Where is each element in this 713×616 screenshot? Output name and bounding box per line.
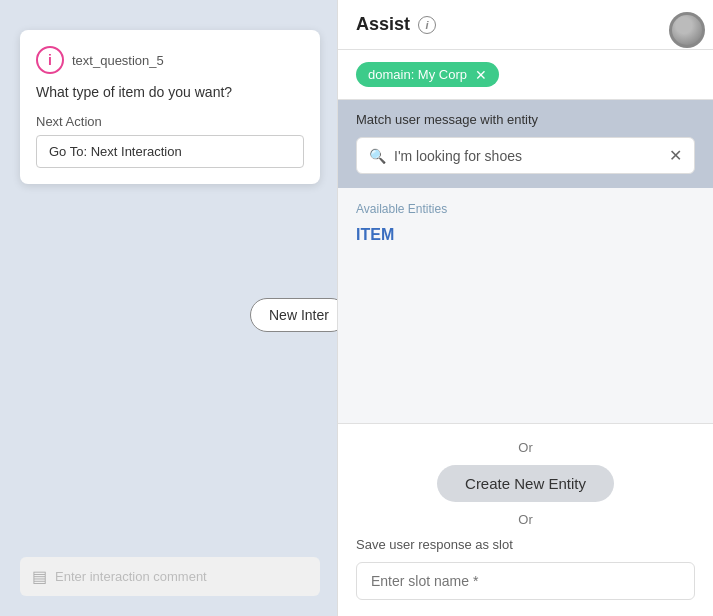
next-action-label: Next Action: [36, 114, 304, 129]
entities-section: Available Entities ITEM: [338, 188, 713, 423]
question-mark: i: [48, 52, 52, 68]
canvas-area: i text_question_5 What type of item do y…: [0, 0, 340, 616]
domain-tag-label: domain: My Corp: [368, 67, 467, 82]
comment-placeholder: Enter interaction comment: [55, 569, 207, 584]
new-interaction-label: New Inter: [269, 307, 329, 323]
next-action-box: Go To: Next Interaction: [36, 135, 304, 168]
avatar-image: [672, 15, 702, 45]
entity-item[interactable]: ITEM: [356, 226, 695, 244]
match-section: Match user message with entity 🔍 ✕: [338, 100, 713, 188]
avatar: [669, 12, 705, 48]
domain-section: domain: My Corp ✕: [338, 50, 713, 100]
domain-tag-close-icon[interactable]: ✕: [475, 68, 487, 82]
search-icon: 🔍: [369, 148, 386, 164]
bottom-section: Or Create New Entity Or Save user respon…: [338, 423, 713, 616]
or-text-2: Or: [518, 512, 532, 527]
match-label: Match user message with entity: [356, 112, 695, 127]
assist-header: Assist i ✕: [338, 0, 713, 50]
new-interaction-button[interactable]: New Inter: [250, 298, 348, 332]
search-box: 🔍 ✕: [356, 137, 695, 174]
save-slot-label: Save user response as slot: [356, 537, 513, 552]
question-card-header: i text_question_5: [36, 46, 304, 74]
question-icon: i: [36, 46, 64, 74]
domain-tag[interactable]: domain: My Corp ✕: [356, 62, 499, 87]
create-entity-button[interactable]: Create New Entity: [437, 465, 614, 502]
info-icon-label: i: [426, 19, 429, 31]
assist-title-row: Assist i: [356, 14, 436, 35]
create-entity-label: Create New Entity: [465, 475, 586, 492]
search-input[interactable]: [394, 148, 661, 164]
available-entities-label: Available Entities: [356, 202, 695, 216]
assist-panel: Assist i ✕ domain: My Corp ✕ Match user …: [337, 0, 713, 616]
slot-name-input[interactable]: [356, 562, 695, 600]
question-body: What type of item do you want?: [36, 84, 304, 100]
or-text-1: Or: [518, 440, 532, 455]
assist-title: Assist: [356, 14, 410, 35]
comment-icon: ▤: [32, 567, 47, 586]
search-clear-icon[interactable]: ✕: [669, 146, 682, 165]
question-card: i text_question_5 What type of item do y…: [20, 30, 320, 184]
question-title: text_question_5: [72, 53, 164, 68]
info-icon[interactable]: i: [418, 16, 436, 34]
comment-box[interactable]: ▤ Enter interaction comment: [20, 557, 320, 596]
entity-name: ITEM: [356, 226, 394, 243]
